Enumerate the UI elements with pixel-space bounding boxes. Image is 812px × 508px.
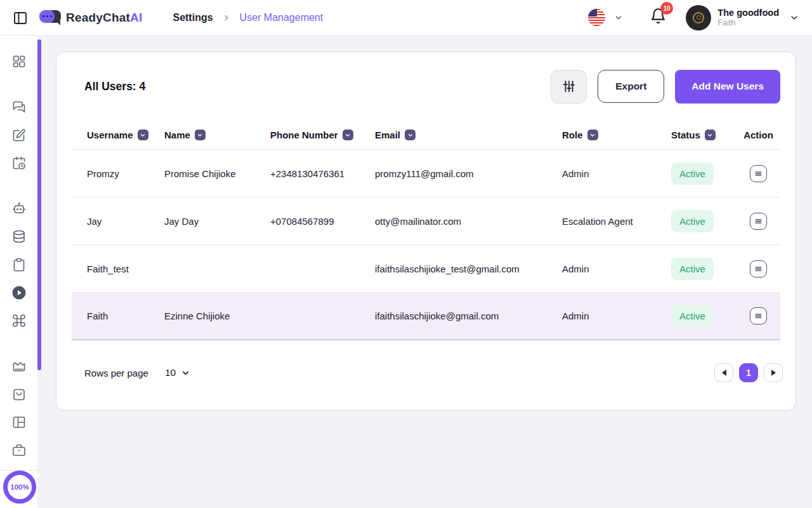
sidebar-item-schedule[interactable] [11, 156, 27, 171]
table-row: Promzy Promise Chijioke +2348130476361 p… [72, 150, 780, 197]
col-username: Username [87, 130, 133, 140]
table-footer: Rows per page 10 1 [56, 340, 796, 410]
user-display-name: Faith [717, 18, 779, 29]
chevron-down-icon [707, 132, 713, 138]
users-table: Username Name Phone Number Email Role St… [72, 121, 780, 340]
briefcase-icon [11, 443, 27, 458]
rows-per-page-select[interactable]: 10 [165, 367, 190, 378]
status-badge: Active [671, 210, 714, 232]
notification-count-badge: 10 [660, 2, 673, 15]
sidebar [0, 36, 38, 508]
chevron-down-icon [344, 132, 351, 138]
name-sort-chip[interactable] [195, 130, 206, 140]
col-role: Role [562, 130, 583, 140]
users-panel: All Users: 4 Export Add New Users Userna… [56, 51, 796, 411]
table-header-row: Username Name Phone Number Email Role St… [72, 121, 780, 150]
avatar [686, 5, 711, 30]
row-actions-button[interactable] [750, 307, 767, 324]
status-badge: Active [671, 305, 714, 327]
cell-username: Faith_test [87, 264, 164, 274]
chevron-down-icon [407, 132, 414, 138]
breadcrumb: Settings User Management [173, 12, 323, 23]
sidebar-item-playback[interactable] [11, 285, 27, 300]
menu-icon [754, 312, 763, 320]
cell-username: Faith [87, 311, 164, 321]
chevron-down-icon [197, 132, 203, 138]
sidebar-item-bot[interactable] [11, 201, 27, 217]
shopping-bag-icon [11, 387, 27, 402]
sidebar-item-boards[interactable] [11, 415, 27, 430]
sidebar-item-store[interactable] [11, 387, 27, 402]
filter-button[interactable] [551, 70, 587, 104]
table-row: Jay Jay Day +07084567899 otty@mailinator… [72, 197, 780, 245]
sidebar-item-conversations[interactable] [11, 100, 27, 115]
email-sort-chip[interactable] [405, 130, 416, 140]
user-org-name: The goodfood [717, 7, 779, 18]
menu-icon [754, 217, 763, 225]
cell-role: Admin [562, 311, 671, 321]
sidebar-item-shortcuts[interactable] [11, 313, 27, 328]
next-page-button[interactable] [764, 363, 783, 382]
row-actions-button[interactable] [750, 260, 767, 277]
user-menu[interactable]: The goodfood Faith [686, 5, 799, 30]
brand-logo[interactable]: ReadyChatAI [39, 10, 142, 26]
play-icon [11, 285, 27, 300]
col-email: Email [375, 130, 400, 140]
row-actions-button[interactable] [750, 213, 767, 230]
phone-sort-chip[interactable] [343, 130, 353, 140]
sidebar-item-dashboard[interactable] [11, 54, 27, 69]
cell-name: Ezinne Chijioke [164, 311, 270, 321]
cell-name: Promise Chijioke [164, 168, 270, 179]
cell-phone: +2348130476361 [270, 168, 375, 179]
role-sort-chip[interactable] [587, 130, 598, 140]
cell-name: Jay Day [164, 216, 270, 227]
col-action: Action [743, 130, 773, 140]
rows-per-page-label: Rows per page [84, 368, 148, 378]
arrow-right-icon [771, 370, 776, 376]
database-icon [11, 229, 27, 244]
cell-email: promzy111@gmail.com [375, 168, 562, 179]
cell-username: Promzy [87, 168, 164, 179]
table-row: Faith_test ifaithsilaschijioke_test@gmai… [72, 245, 780, 293]
us-flag-icon [588, 9, 605, 26]
sidebar-item-orders[interactable] [11, 359, 27, 374]
col-phone: Phone Number [270, 130, 338, 140]
username-sort-chip[interactable] [138, 130, 148, 140]
breadcrumb-settings[interactable]: Settings [173, 12, 213, 23]
sidebar-item-tasks[interactable] [11, 257, 27, 272]
language-selector[interactable] [588, 9, 623, 26]
chevron-down-icon [589, 132, 596, 138]
breadcrumb-user-management[interactable]: User Management [240, 12, 324, 23]
robot-icon [11, 201, 27, 217]
layout-icon [11, 415, 27, 430]
page-title: All Users: 4 [84, 80, 145, 93]
cell-role: Escalation Agent [562, 216, 671, 227]
edit-icon [11, 128, 27, 143]
sidebar-scrollbar-thumb[interactable] [37, 39, 41, 370]
notifications-button[interactable]: 10 [650, 8, 667, 27]
sliders-icon [561, 79, 577, 94]
cell-phone: +07084567899 [270, 216, 375, 227]
status-badge: Active [671, 258, 714, 280]
zoom-level-badge[interactable]: 100% [3, 471, 36, 504]
topbar: ReadyChatAI Settings User Management 10 … [0, 0, 812, 36]
page-1-button[interactable]: 1 [739, 363, 758, 382]
status-badge: Active [671, 163, 714, 185]
sidebar-item-compose[interactable] [11, 128, 27, 143]
command-icon [11, 313, 27, 328]
col-status: Status [671, 130, 700, 140]
sidebar-toggle-icon[interactable] [13, 10, 28, 25]
sidebar-item-database[interactable] [11, 229, 27, 244]
sidebar-item-workspace[interactable] [11, 443, 27, 458]
export-button[interactable]: Export [598, 70, 664, 103]
chat-bubble-logo-icon [39, 10, 61, 26]
cell-role: Admin [562, 264, 671, 274]
chevron-down-icon [614, 13, 623, 22]
chat-icon [11, 100, 27, 115]
add-new-users-button[interactable]: Add New Users [675, 70, 780, 104]
prev-page-button[interactable] [714, 363, 733, 382]
status-sort-chip[interactable] [705, 130, 716, 140]
row-actions-button[interactable] [750, 165, 767, 182]
chevron-right-icon [222, 13, 231, 22]
main-content: All Users: 4 Export Add New Users Userna… [38, 36, 812, 508]
